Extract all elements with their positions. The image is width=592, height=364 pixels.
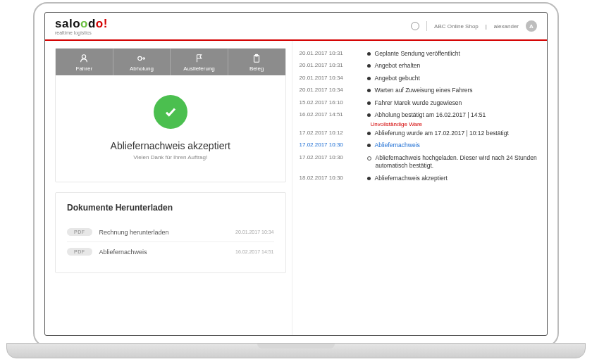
timeline-date: 20.01.2017 10:31 bbox=[300, 62, 363, 70]
timeline-dot-icon bbox=[367, 77, 371, 80]
timeline-date: 17.02.2017 10:12 bbox=[300, 130, 363, 137]
header-pipe: | bbox=[486, 23, 487, 30]
pdf-badge: PDF bbox=[67, 228, 92, 236]
checkmark-icon bbox=[154, 95, 187, 129]
document-row[interactable]: PDF Abliefernachweis 16.02.2017 14:51 bbox=[67, 241, 274, 261]
timeline-dot-icon bbox=[367, 144, 371, 147]
timeline-dot-icon bbox=[367, 64, 371, 68]
brand-prefix: salo bbox=[55, 17, 80, 30]
timeline-text: Warten auf Zuweisung eines Fahrers bbox=[375, 87, 473, 94]
timeline-date: 18.02.2017 10:30 bbox=[300, 175, 363, 182]
timeline-row: 17.02.2017 10:30Abliefernachweis bbox=[300, 139, 537, 151]
document-row[interactable]: PDF Rechnung herunterladen 20.01.2017 10… bbox=[67, 222, 274, 241]
timeline-date: 17.02.2017 10:30 bbox=[300, 154, 363, 162]
timeline-text[interactable]: Abliefernachweis bbox=[375, 142, 420, 149]
timeline-row: 17.02.2017 10:30Abliefernachweis hochgel… bbox=[300, 152, 537, 172]
timeline-date: 15.02.2017 16:10 bbox=[300, 99, 363, 107]
tab-delivery[interactable]: Auslieferung bbox=[171, 49, 228, 75]
documents-heading: Dokumente Herunterladen bbox=[67, 203, 274, 213]
status-panel: Fahrer Abholung bbox=[55, 48, 286, 182]
confirmation-subtitle: Vielen Dank für Ihren Auftrag! bbox=[63, 154, 278, 161]
timeline-dot-icon bbox=[367, 132, 371, 135]
confirmation-title: Abliefernachweis akzeptiert bbox=[63, 140, 278, 151]
laptop-base bbox=[6, 343, 586, 358]
timeline-row: 15.02.2017 16:10Fahrer Marek wurde zugew… bbox=[300, 97, 537, 109]
tab-label: Auslieferung bbox=[183, 65, 214, 72]
tab-label: Fahrer bbox=[76, 65, 93, 72]
timeline-date: 20.01.2017 10:31 bbox=[300, 50, 363, 58]
tab-label: Abholung bbox=[130, 65, 154, 72]
documents-panel: Dokumente Herunterladen PDF Rechnung her… bbox=[55, 192, 286, 273]
person-icon bbox=[79, 54, 89, 63]
flag-icon bbox=[195, 54, 204, 63]
timeline-date: 20.01.2017 10:34 bbox=[300, 87, 363, 94]
tab-driver[interactable]: Fahrer bbox=[56, 49, 113, 75]
timeline-dot-icon bbox=[367, 101, 371, 105]
brand-logo: saloodo! realtime logistics bbox=[55, 18, 108, 35]
user-name[interactable]: alexander bbox=[494, 23, 519, 30]
notifications-icon[interactable] bbox=[411, 22, 419, 30]
tab-label: Beleg bbox=[249, 65, 264, 72]
timeline-text: Abliefernachweis hochgeladen. Dieser wir… bbox=[376, 154, 537, 170]
activity-timeline: 20.01.2017 10:31Geplante Sendung veröffe… bbox=[292, 48, 537, 184]
timeline-text: Angebot erhalten bbox=[375, 62, 421, 70]
timeline-row: 20.01.2017 10:31Angebot erhalten bbox=[300, 60, 537, 72]
clipboard-icon bbox=[252, 54, 261, 63]
timeline-dot-icon bbox=[367, 156, 371, 161]
timeline-dot-icon bbox=[367, 89, 371, 92]
brand-tagline: realtime logistics bbox=[55, 30, 108, 35]
timeline-text: Abholung bestätigt am 16.02.2017 | 14:51 bbox=[375, 111, 486, 119]
timeline-date: 20.01.2017 10:34 bbox=[300, 75, 363, 82]
pickup-icon bbox=[137, 54, 147, 63]
timeline-text: Ablieferung wurde am 17.02.2017 | 10:12 … bbox=[375, 130, 509, 137]
timeline-row: 17.02.2017 10:12Ablieferung wurde am 17.… bbox=[300, 127, 537, 139]
app-header: saloodo! realtime logistics ABC Online S… bbox=[45, 13, 547, 41]
timeline-date: 16.02.2017 14:51 bbox=[300, 111, 363, 119]
timeline-text: Geplante Sendung veröffentlicht bbox=[375, 50, 460, 58]
timeline-row: 16.02.2017 14:51Abholung bestätigt am 16… bbox=[300, 109, 537, 121]
document-name: Rechnung herunterladen bbox=[99, 229, 229, 236]
timeline-date: 17.02.2017 10:30 bbox=[300, 142, 363, 149]
document-date: 20.01.2017 10:34 bbox=[235, 230, 274, 234]
brand-green: o bbox=[80, 17, 88, 30]
timeline-row: 20.01.2017 10:31Geplante Sendung veröffe… bbox=[300, 48, 537, 60]
svg-point-1 bbox=[138, 56, 142, 60]
tab-receipt[interactable]: Beleg bbox=[228, 49, 285, 75]
timeline-text: Fahrer Marek wurde zugewiesen bbox=[375, 99, 462, 107]
timeline-subtext: Unvollständige Ware bbox=[371, 121, 537, 127]
tab-pickup[interactable]: Abholung bbox=[113, 49, 171, 75]
header-divider bbox=[426, 21, 427, 31]
timeline-text: Angebot gebucht bbox=[375, 75, 420, 82]
shop-name: ABC Online Shop bbox=[434, 23, 479, 30]
document-name: Abliefernachweis bbox=[99, 249, 229, 256]
timeline-row: 20.01.2017 10:34Warten auf Zuweisung ein… bbox=[300, 84, 537, 96]
timeline-text: Abliefernachweis akzeptiert bbox=[375, 175, 448, 182]
timeline-dot-icon bbox=[367, 52, 371, 56]
document-date: 16.02.2017 14:51 bbox=[235, 249, 274, 254]
timeline-dot-icon bbox=[367, 113, 371, 117]
confirmation-block: Abliefernachweis akzeptiert Vielen Dank … bbox=[56, 75, 285, 182]
timeline-row: 20.01.2017 10:34Angebot gebucht bbox=[300, 73, 537, 84]
brand-red: o! bbox=[96, 17, 108, 30]
timeline-dot-icon bbox=[367, 177, 371, 180]
timeline-row: 18.02.2017 10:30Abliefernachweis akzepti… bbox=[300, 172, 537, 184]
avatar[interactable]: A bbox=[526, 20, 537, 32]
pdf-badge: PDF bbox=[67, 248, 92, 256]
laptop-notch bbox=[257, 344, 335, 349]
stage-tabs: Fahrer Abholung bbox=[56, 49, 285, 75]
svg-point-0 bbox=[82, 55, 86, 58]
brand-mid: d bbox=[88, 17, 96, 30]
